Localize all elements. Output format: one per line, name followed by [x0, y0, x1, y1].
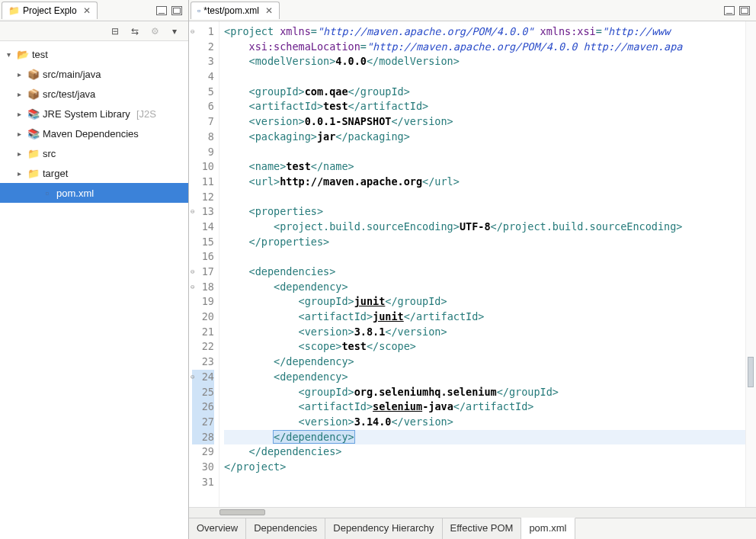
expander-icon[interactable]: ▸	[14, 90, 24, 98]
filter-icon[interactable]: ⚙	[149, 25, 161, 37]
maximize-icon[interactable]	[171, 6, 182, 15]
expander-icon[interactable]: ▾	[3, 50, 14, 59]
line-number[interactable]: 11	[192, 175, 214, 190]
code-line[interactable]: </dependency>	[224, 430, 745, 445]
line-number[interactable]: 12	[192, 190, 214, 205]
close-icon[interactable]: ✕	[265, 5, 273, 16]
code-line[interactable]: </dependencies>	[224, 444, 745, 460]
line-number[interactable]: 8	[192, 130, 214, 145]
expander-icon[interactable]: ▸	[14, 130, 24, 138]
line-number[interactable]: 10	[192, 159, 214, 175]
code-line[interactable]: <version>3.8.1</version>	[224, 325, 745, 340]
tree-row-src-main-java[interactable]: ▸📦src/main/java	[0, 64, 188, 84]
line-number[interactable]: 23	[192, 355, 214, 370]
tree-row-pom-xml[interactable]: ▫pom.xml	[0, 183, 188, 203]
close-icon[interactable]: ✕	[83, 5, 91, 16]
code-line[interactable]: <groupId>com.qae</groupId>	[224, 85, 745, 100]
tree-row-jre-system-library[interactable]: ▸📚JRE System Library[J2S	[0, 104, 188, 124]
code-line[interactable]: <artifactId>test</artifactId>	[224, 99, 745, 114]
code-line[interactable]	[224, 249, 745, 265]
line-number[interactable]: 27	[192, 415, 214, 430]
code-line[interactable]: </properties>	[224, 235, 745, 250]
line-number[interactable]: 18	[192, 280, 214, 295]
code-line[interactable]: <artifactId>selenium-java</artifactId>	[224, 399, 745, 415]
tab-overview[interactable]: Overview	[189, 518, 246, 539]
line-number[interactable]: 13	[192, 204, 214, 220]
line-number[interactable]: 17	[192, 265, 214, 280]
code-line[interactable]: <url>http://maven.apache.org</url>	[224, 175, 745, 190]
line-number[interactable]: 24	[192, 370, 214, 385]
line-number[interactable]: 26	[192, 399, 214, 415]
line-number[interactable]: 25	[192, 385, 214, 400]
maximize-icon[interactable]	[739, 6, 750, 15]
code-line[interactable]: <scope>test</scope>	[224, 339, 745, 355]
minimize-icon[interactable]	[724, 6, 735, 15]
explorer-view-tab[interactable]: 📁 Project Explo ✕	[2, 2, 98, 19]
line-number[interactable]: 3	[192, 54, 214, 69]
code-line[interactable]: </dependency>	[224, 355, 745, 370]
project-tree[interactable]: ▾📂test▸📦src/main/java▸📦src/test/java▸📚JR…	[0, 41, 188, 539]
line-number[interactable]: 5	[192, 85, 214, 100]
line-number[interactable]: 19	[192, 294, 214, 310]
editor-tab[interactable]: ▫ *test/pom.xml ✕	[191, 2, 280, 19]
line-number[interactable]: 20	[192, 310, 214, 325]
line-number[interactable]: 21	[192, 325, 214, 340]
code-line[interactable]: <groupId>junit</groupId>	[224, 294, 745, 310]
code-line[interactable]: <version>3.14.0</version>	[224, 415, 745, 430]
tree-row-src[interactable]: ▸📁src	[0, 143, 188, 163]
line-number[interactable]: 15	[192, 235, 214, 250]
link-editor-icon[interactable]: ⇆	[129, 25, 141, 37]
horizontal-scrollbar[interactable]	[189, 507, 756, 518]
line-number[interactable]: 16	[192, 249, 214, 265]
code-line[interactable]: xsi:schemaLocation="http://maven.apache.…	[224, 40, 745, 55]
code-line[interactable]: <groupId>org.seleniumhq.selenium</groupI…	[224, 385, 745, 400]
code-line[interactable]	[224, 190, 745, 205]
tab-pom.xml[interactable]: pom.xml	[521, 518, 575, 539]
line-number[interactable]: 7	[192, 114, 214, 130]
tree-row-target[interactable]: ▸📁target	[0, 163, 188, 183]
code-line[interactable]: </project>	[224, 460, 745, 475]
tree-row-src-test-java[interactable]: ▸📦src/test/java	[0, 84, 188, 104]
code-line[interactable]	[224, 475, 745, 490]
code-line[interactable]: <version>0.0.1-SNAPSHOT</version>	[224, 114, 745, 130]
expander-icon[interactable]: ▸	[14, 169, 24, 178]
code-line[interactable]: <dependencies>	[224, 265, 745, 280]
line-number[interactable]: 2	[192, 40, 214, 55]
expander-icon[interactable]: ▸	[14, 149, 24, 158]
code-line[interactable]: <name>test</name>	[224, 159, 745, 175]
line-number[interactable]: 22	[192, 339, 214, 355]
code-line[interactable]: <artifactId>junit</artifactId>	[224, 310, 745, 325]
tree-row-maven-dependencies[interactable]: ▸📚Maven Dependencies	[0, 124, 188, 143]
line-number-gutter[interactable]: 1234567891011121314151617181920212223242…	[189, 21, 219, 507]
line-number[interactable]: 9	[192, 145, 214, 160]
minimize-icon[interactable]	[156, 6, 167, 15]
line-number[interactable]: 29	[192, 444, 214, 460]
line-number[interactable]: 28	[192, 430, 214, 445]
code-line[interactable]: <project xmlns="http://maven.apache.org/…	[224, 24, 745, 40]
collapse-all-icon[interactable]: ⊟	[109, 25, 121, 37]
view-menu-icon[interactable]: ▾	[168, 25, 181, 37]
line-number[interactable]: 14	[192, 220, 214, 235]
overview-ruler[interactable]	[745, 21, 756, 507]
tab-dependency-hierarchy[interactable]: Dependency Hierarchy	[325, 518, 442, 539]
line-number[interactable]: 6	[192, 99, 214, 114]
line-number[interactable]: 31	[192, 475, 214, 490]
code-line[interactable]: <modelVersion>4.0.0</modelVersion>	[224, 54, 745, 69]
code-line[interactable]: <dependency>	[224, 370, 745, 385]
code-line[interactable]	[224, 145, 745, 160]
line-number[interactable]: 30	[192, 460, 214, 475]
expander-icon[interactable]: ▸	[14, 110, 24, 118]
tab-dependencies[interactable]: Dependencies	[246, 518, 325, 539]
scrollbar-thumb[interactable]	[219, 509, 265, 515]
code-line[interactable]: <project.build.sourceEncoding>UTF-8</pro…	[224, 220, 745, 235]
tree-row-test[interactable]: ▾📂test	[0, 44, 188, 64]
code-line[interactable]	[224, 69, 745, 85]
code-line[interactable]: <properties>	[224, 204, 745, 220]
code-line[interactable]: <packaging>jar</packaging>	[224, 130, 745, 145]
tab-effective-pom[interactable]: Effective POM	[443, 518, 522, 539]
line-number[interactable]: 4	[192, 69, 214, 85]
code-line[interactable]: <dependency>	[224, 280, 745, 295]
expander-icon[interactable]: ▸	[14, 70, 24, 79]
code-editor[interactable]: <project xmlns="http://maven.apache.org/…	[219, 21, 745, 507]
line-number[interactable]: 1	[192, 24, 214, 40]
